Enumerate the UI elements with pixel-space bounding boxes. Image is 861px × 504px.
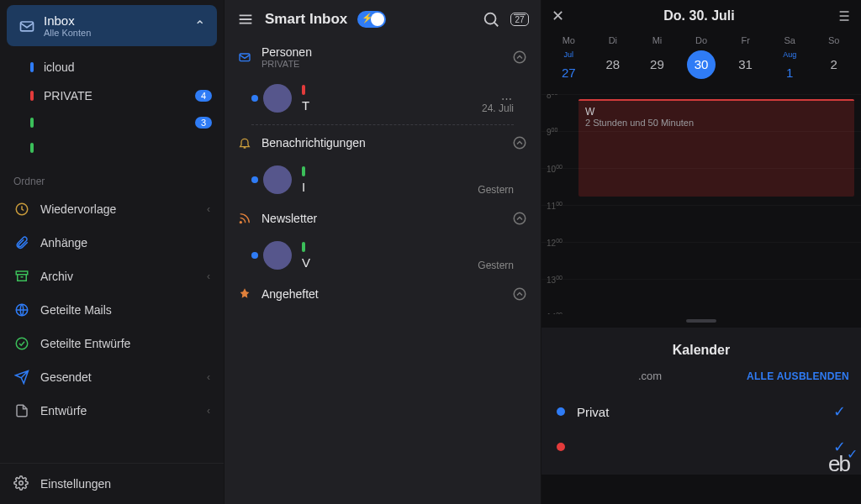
hide-all-button[interactable]: ALLE AUSBLENDEN [747, 370, 849, 382]
collapse-icon[interactable] [512, 50, 527, 65]
group-subtitle: PRIVATE [261, 59, 504, 69]
calendar-name: Privat [577, 405, 609, 419]
weekday-label: Mi [635, 35, 679, 45]
archive-icon [13, 268, 30, 285]
list-view-icon[interactable] [834, 8, 851, 24]
group-title: Newsletter [261, 212, 504, 225]
unread-dot [251, 95, 258, 102]
unread-badge: 3 [195, 117, 212, 129]
collapse-icon[interactable] [512, 286, 527, 302]
weekday-label: So [811, 35, 856, 45]
folder-item[interactable]: Geteilte Entwürfe [0, 327, 224, 360]
calendar-pane: ✕ Do. 30. Juli MoJul27Di28Mi29Do30Fr31Sa… [541, 0, 861, 504]
inbox-header[interactable]: Inbox Alle Konten ⌃ [7, 5, 217, 46]
group-title: Benachrichtigungen [261, 136, 504, 150]
day-number: 30 [687, 50, 716, 79]
avatar [263, 241, 292, 270]
inbox-title: Inbox [44, 13, 194, 28]
check-icon: ✓ [833, 402, 846, 421]
clock-icon [13, 201, 30, 218]
day-cell[interactable]: Mi29 [635, 35, 679, 87]
message-item[interactable]: T⋯24. Juli [238, 69, 527, 119]
message-date: 24. Juli [482, 102, 514, 114]
chevron-left-icon: ‹ [207, 405, 210, 417]
settings-button[interactable]: Einstellungen [0, 463, 224, 504]
day-number: 2 [820, 50, 848, 79]
account-color-indicator [30, 91, 34, 101]
folder-item[interactable]: Anhänge [0, 226, 224, 260]
calendar-list-item[interactable]: Privat✓ [553, 394, 849, 429]
account-item[interactable] [0, 135, 224, 160]
message-item[interactable]: VGestern [238, 226, 527, 276]
day-cell[interactable]: Di28 [591, 35, 636, 87]
share-icon [13, 302, 30, 318]
avatar [263, 165, 292, 194]
account-item[interactable]: PRIVATE4 [0, 81, 224, 110]
folder-item[interactable]: Geteilte Mails [0, 293, 224, 327]
month-label: Jul [547, 50, 591, 59]
hour-row: 800 [541, 94, 861, 131]
svg-point-8 [514, 51, 526, 63]
svg-rect-7 [240, 54, 250, 61]
message-list-pane: Smart Inbox ⚡ 27 PersonenPRIVATET⋯24. Ju… [224, 0, 541, 504]
hamburger-icon[interactable] [236, 10, 255, 29]
day-cell[interactable]: Fr31 [723, 35, 768, 87]
settings-label: Einstellungen [40, 477, 111, 491]
chevron-up-icon[interactable]: ⌃ [194, 18, 205, 34]
day-cell[interactable]: SaAug1 [768, 35, 812, 87]
account-item[interactable]: 3 [0, 110, 224, 135]
group-header[interactable]: PersonenPRIVATE [238, 45, 527, 69]
calendar-date: Do. 30. Juli [564, 8, 834, 24]
folder-label: Entwürfe [40, 404, 87, 417]
sidebar: Inbox Alle Konten ⌃ icloudPRIVATE43 Ordn… [0, 0, 224, 504]
bell-icon [238, 136, 253, 150]
hour-label: 1100 [547, 201, 563, 211]
hour-row: 1100 [541, 205, 861, 242]
svg-rect-0 [21, 22, 34, 31]
day-cell[interactable]: So2 [811, 35, 856, 87]
collapse-icon[interactable] [512, 211, 527, 226]
svg-point-4 [16, 338, 28, 349]
hour-label: 900 [547, 127, 557, 137]
svg-point-6 [485, 13, 496, 24]
folder-item[interactable]: Archiv‹ [0, 260, 224, 293]
search-icon[interactable] [482, 10, 500, 29]
group-header[interactable]: Newsletter [238, 211, 527, 226]
brand-logo: eb✓ [828, 451, 849, 477]
inbox-subtitle: Alle Konten [44, 28, 194, 38]
close-icon[interactable]: ✕ [552, 7, 564, 25]
draft-icon [13, 402, 30, 419]
account-name: icloud [44, 60, 75, 74]
hour-label: 800 [547, 94, 557, 100]
day-number: 28 [599, 50, 627, 79]
day-cell[interactable]: Do30 [679, 35, 724, 87]
month-label: Aug [768, 50, 812, 59]
account-color-indicator [30, 62, 34, 72]
svg-point-5 [19, 481, 24, 486]
calendar-list-item[interactable]: ✓ [553, 429, 849, 465]
group-header[interactable]: Angeheftet [238, 286, 527, 302]
drag-handle[interactable] [686, 319, 716, 323]
calendar-panel-title: Kalender [553, 343, 849, 358]
svg-rect-2 [16, 271, 28, 275]
group-title: Personen [261, 45, 504, 59]
message-item[interactable]: IGestern [238, 150, 527, 201]
hour-row: 1200 [541, 242, 861, 279]
smart-inbox-toggle[interactable]: ⚡ [357, 11, 386, 28]
account-item[interactable]: icloud [0, 53, 224, 81]
folder-item[interactable]: Entwürfe‹ [0, 394, 224, 428]
send-icon [13, 369, 30, 386]
folder-item[interactable]: Gesendet‹ [0, 360, 224, 394]
folder-item[interactable]: Wiedervorlage‹ [0, 192, 224, 226]
account-bar [302, 85, 305, 95]
collapse-icon[interactable] [512, 135, 527, 150]
share-draft-icon [13, 335, 30, 352]
day-number: 29 [642, 50, 671, 79]
account-color-indicator [30, 118, 34, 128]
calendar-icon[interactable]: 27 [510, 13, 529, 26]
chevron-left-icon: ‹ [207, 371, 210, 383]
day-cell[interactable]: MoJul27 [547, 35, 591, 87]
group-header[interactable]: Benachrichtigungen [238, 135, 527, 150]
message-date: Gestern [478, 184, 514, 196]
unread-dot [251, 176, 258, 183]
